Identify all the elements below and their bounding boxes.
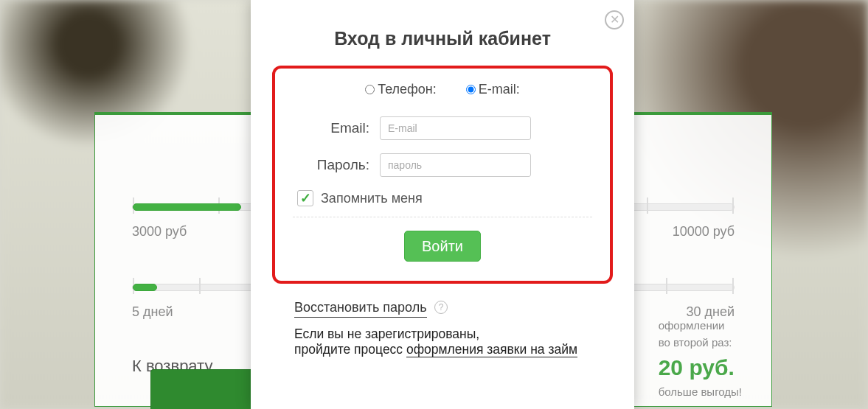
- side-info-price: 20 руб.: [659, 351, 742, 384]
- register-note-line2: пройдите процесс оформления заявки на за…: [294, 342, 608, 357]
- login-type-radios: Телефон: E-mail:: [293, 82, 592, 97]
- radio-email-label: E-mail:: [479, 82, 520, 97]
- email-label: Email:: [293, 120, 380, 136]
- close-icon[interactable]: ✕: [605, 10, 624, 29]
- email-field[interactable]: [380, 116, 531, 140]
- recover-password-link[interactable]: Восстановить пароль: [294, 300, 427, 318]
- login-type-email[interactable]: E-mail:: [466, 82, 520, 97]
- login-button[interactable]: Войти: [404, 231, 481, 262]
- remember-label: Запомнить меня: [321, 191, 423, 206]
- password-label: Пароль:: [293, 157, 380, 173]
- radio-phone-label: Телефон:: [378, 82, 437, 97]
- help-icon[interactable]: ?: [434, 301, 448, 314]
- register-apply-link[interactable]: оформления заявки на займ: [406, 342, 577, 357]
- login-modal: ✕ Вход в личный кабинет Телефон: E-mail:…: [251, 0, 634, 409]
- amount-max-label: 10000 руб: [673, 224, 735, 240]
- password-field[interactable]: [380, 153, 531, 177]
- radio-phone[interactable]: [365, 85, 375, 94]
- register-note: Если вы не зарегистрированы, пройдите пр…: [294, 326, 608, 357]
- remember-checkbox[interactable]: ✓: [297, 190, 313, 206]
- amount-min-label: 3000 руб: [132, 224, 187, 240]
- modal-title: Вход в личный кабинет: [277, 28, 608, 49]
- email-row: Email:: [293, 116, 592, 140]
- days-min-label: 5 дней: [132, 304, 173, 320]
- side-info-line3: больше выгоды!: [659, 384, 742, 401]
- side-info-line1: оформлении: [659, 318, 742, 335]
- login-type-phone[interactable]: Телефон:: [365, 82, 437, 97]
- modal-footer: Восстановить пароль ? Если вы не зарегис…: [277, 300, 608, 357]
- side-info: оформлении во второй раз: 20 руб. больше…: [659, 318, 742, 401]
- side-info-line2: во второй раз:: [659, 335, 742, 352]
- divider: [293, 217, 592, 217]
- password-row: Пароль:: [293, 153, 592, 177]
- remember-me[interactable]: ✓ Запомнить меня: [297, 190, 592, 206]
- register-note-line1: Если вы не зарегистрированы,: [294, 326, 608, 342]
- register-note-pre: пройдите процесс: [294, 342, 406, 357]
- radio-email[interactable]: [466, 85, 476, 94]
- login-form-highlight: Телефон: E-mail: Email: Пароль: ✓ Запомн…: [272, 66, 613, 284]
